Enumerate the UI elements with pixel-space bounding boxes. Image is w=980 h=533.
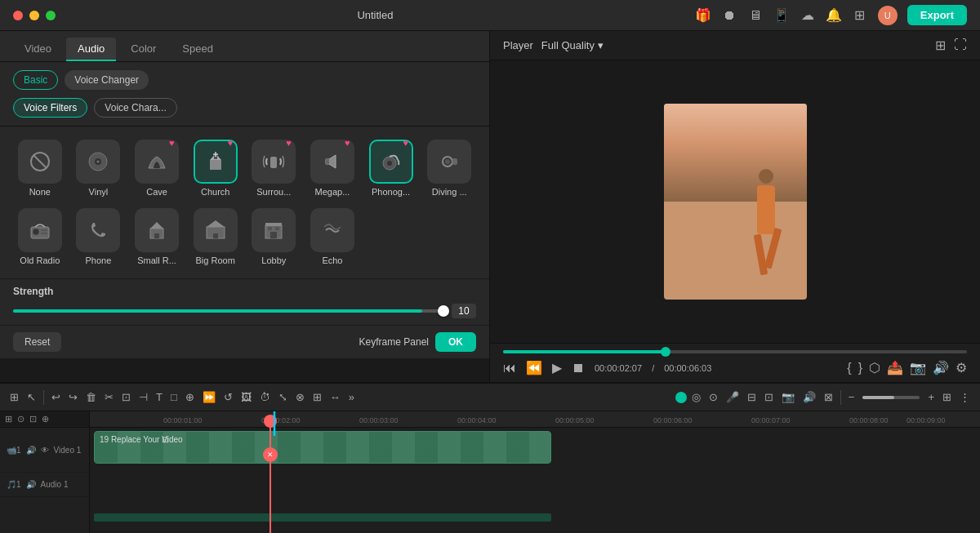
filter-vinyl[interactable]: Vinyl [72, 136, 126, 200]
crop-tool[interactable]: ⊡ [118, 389, 134, 405]
user-avatar[interactable]: U [878, 6, 898, 25]
volume-button[interactable]: 🔊 [933, 360, 949, 375]
filter-surround[interactable]: ♥ Surrou... [247, 136, 301, 200]
filter-diving-icon [427, 140, 471, 184]
volume-icon[interactable]: 🔊 [800, 389, 819, 405]
rect-tool[interactable]: □ [167, 389, 180, 405]
monitor-icon[interactable]: 🖥 [747, 7, 764, 24]
grid-layout-icon[interactable]: ⊞ [939, 389, 955, 405]
fullscreen-icon[interactable]: ⛶ [954, 38, 967, 53]
filter-cave[interactable]: ♥ Cave [130, 136, 184, 200]
cut-tool[interactable]: ✂ [101, 389, 117, 405]
minimize-button[interactable] [29, 11, 39, 20]
basic-tab[interactable]: Basic [13, 70, 58, 90]
strength-slider-track[interactable] [13, 309, 443, 313]
zoom-out-icon[interactable]: − [845, 389, 858, 405]
add-track-icon[interactable]: ⊞ [5, 414, 12, 424]
fill-tool[interactable]: ⊗ [292, 389, 308, 405]
split-tool[interactable]: ⊣ [136, 389, 151, 405]
frame-back-button[interactable]: ⏪ [526, 360, 542, 375]
tab-video[interactable]: Video [13, 38, 63, 61]
caption-icon[interactable]: ⊟ [744, 389, 760, 405]
audio-track-vol-icon[interactable]: 🔊 [26, 480, 36, 489]
filter-diving[interactable]: Diving ... [422, 136, 476, 200]
delete-tool[interactable]: 🗑 [82, 389, 100, 405]
export-button[interactable]: Export [907, 5, 967, 25]
grid-icon[interactable]: ⊞ [852, 7, 868, 24]
bracket-close-button[interactable]: } [858, 361, 862, 375]
tab-color[interactable]: Color [119, 38, 167, 61]
import-icon[interactable]: ⊡ [761, 389, 777, 405]
export-frame-button[interactable]: 📤 [887, 360, 903, 375]
video-track-audio-icon[interactable]: 🔊 [26, 446, 36, 455]
progress-bar[interactable] [503, 350, 967, 353]
adjust-tool[interactable]: ⊞ [310, 389, 325, 405]
quality-select[interactable]: Full Quality ▾ [541, 39, 604, 51]
more-tool[interactable]: » [345, 389, 358, 405]
auto-icon[interactable]: ⊕ [42, 414, 49, 424]
playhead[interactable]: ✕ [270, 428, 271, 533]
shield-icon[interactable]: ⊙ [706, 389, 721, 405]
grid-view-icon[interactable]: ⊞ [935, 38, 946, 53]
filter-church[interactable]: ♥ Church [189, 136, 243, 200]
paint-tool[interactable]: ⊕ [182, 389, 198, 405]
ok-button[interactable]: OK [435, 332, 476, 352]
maximize-button[interactable] [46, 11, 56, 20]
keyframe-panel-button[interactable]: Keyframe Panel [359, 336, 429, 348]
settings-button[interactable]: ⚙ [956, 360, 967, 375]
filter-phonograph[interactable]: ♥ Phonog... [364, 136, 418, 200]
filter-phone[interactable]: Phone [72, 205, 126, 269]
image-tool[interactable]: 🖼 [238, 389, 255, 405]
play-button[interactable]: ▶ [552, 360, 562, 375]
voice-filters-tab[interactable]: Voice Filters [13, 98, 87, 118]
screenshot-button[interactable]: 📷 [910, 360, 926, 375]
layout-button[interactable]: ⬡ [869, 360, 880, 375]
voice-changer-tab[interactable]: Voice Changer [65, 70, 149, 90]
filter-old-radio[interactable]: Old Radio [13, 205, 67, 269]
voice-characters-tab[interactable]: Voice Chara... [94, 98, 176, 118]
snapshot-icon[interactable]: 📷 [778, 389, 798, 405]
video-clip[interactable]: 19 Replace Your Video ⊡ [94, 431, 551, 464]
reset-button[interactable]: Reset [13, 332, 61, 352]
cloud-icon[interactable]: ☁ [800, 7, 816, 24]
more-options-icon[interactable]: ⋮ [956, 389, 973, 405]
tab-audio[interactable]: Audio [66, 38, 116, 61]
skip-back-button[interactable]: ⏮ [503, 361, 516, 375]
close-button[interactable] [13, 11, 23, 20]
select-tool[interactable]: ↖ [24, 389, 39, 405]
magnetic-snap-tool[interactable]: ⊞ [7, 389, 22, 405]
right-panel: Player Full Quality ▾ ⊞ ⛶ [490, 31, 980, 382]
timer-tool[interactable]: ⏱ [256, 389, 274, 405]
filter-small-room[interactable]: Small R... [130, 205, 184, 269]
frame-forward-button[interactable]: ⏹ [572, 361, 585, 375]
speed-tool[interactable]: ⏩ [199, 389, 219, 405]
filter-lobby[interactable]: Lobby [247, 205, 301, 269]
tab-speed[interactable]: Speed [171, 38, 225, 61]
record-icon[interactable]: ⏺ [721, 7, 737, 24]
track-settings-icon[interactable]: ⊙ [17, 414, 24, 424]
mic-icon[interactable]: 🎤 [723, 389, 742, 405]
bracket-open-button[interactable]: { [847, 361, 851, 375]
rotate-tool[interactable]: ↺ [220, 389, 236, 405]
mobile-icon[interactable]: 📱 [773, 7, 790, 24]
snap-icon[interactable]: ⊡ [29, 414, 37, 424]
video-track-eye-icon[interactable]: 👁 [41, 446, 49, 455]
transform-tool[interactable]: ⤡ [275, 389, 291, 405]
progress-thumb[interactable] [661, 347, 670, 357]
redo-tool[interactable]: ↪ [65, 389, 81, 405]
filter-none[interactable]: None [13, 136, 67, 200]
zoom-in-icon[interactable]: + [924, 389, 938, 405]
render-icon[interactable]: ◎ [688, 389, 704, 405]
filter-big-room[interactable]: Big Room [189, 205, 243, 269]
extra-icon[interactable]: ⊠ [821, 389, 836, 405]
svg-marker-27 [207, 220, 225, 227]
text-tool[interactable]: T [153, 389, 166, 405]
undo-tool[interactable]: ↩ [48, 389, 64, 405]
filter-echo[interactable]: Echo [305, 205, 359, 269]
link-tool[interactable]: ↔ [327, 389, 344, 405]
gift-icon[interactable]: 🎁 [695, 7, 711, 24]
zoom-slider[interactable] [862, 396, 920, 399]
bell-icon[interactable]: 🔔 [826, 7, 842, 24]
filter-megaphone[interactable]: ♥ Megap... [305, 136, 359, 200]
strength-slider-thumb[interactable] [438, 305, 449, 317]
